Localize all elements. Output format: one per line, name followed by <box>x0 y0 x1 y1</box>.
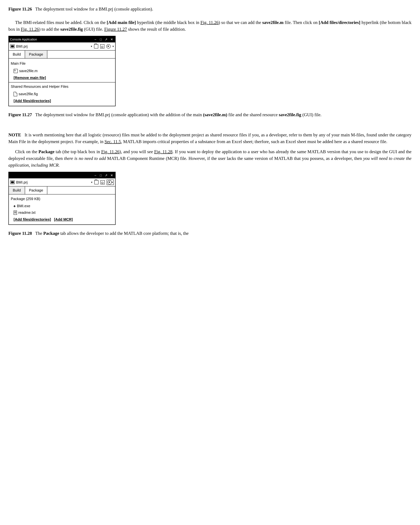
tab-build[interactable]: Build <box>9 187 25 194</box>
titlebar: → □ ↗ ✕ <box>9 172 115 178</box>
settings-dropdown-icon[interactable]: ▾ <box>112 45 114 48</box>
link-fig-11-28[interactable]: Fig. 11.28 <box>154 149 172 154</box>
window-title: Console Application <box>10 37 37 42</box>
main-file-name: save2file.m <box>19 68 38 74</box>
tab-build[interactable]: Build <box>9 51 25 58</box>
shared-resources-header: Shared Resources and Helper Files <box>11 84 113 89</box>
project-icon <box>10 45 15 48</box>
dropdown-icon[interactable]: ▾ <box>91 45 92 48</box>
exe-file-row: ♠ BMI.exe <box>11 203 113 209</box>
shared-file-name: save2file.fig <box>19 91 38 97</box>
figure-11-27-label: Figure 11.27 <box>8 112 32 117</box>
exe-file-name: BMI.exe <box>17 203 30 209</box>
save-icon[interactable] <box>100 44 104 48</box>
shared-file-row: save2file.fig <box>11 91 113 97</box>
add-files-directories-link[interactable]: [Add files/directories] <box>14 217 51 222</box>
add-mcr-link[interactable]: [Add MCR] <box>54 217 73 222</box>
project-icon <box>10 180 15 184</box>
settings-dropdown-icon: ▾ <box>112 180 113 184</box>
settings-icon[interactable] <box>106 44 111 48</box>
titlebar: Console Application → □ ↗ ✕ <box>9 36 115 42</box>
body-paragraph-1: The BMI-related files must be added. Cli… <box>8 19 411 32</box>
main-file-header: Main File <box>11 61 113 66</box>
figure-11-27-caption: Figure 11.27 The deployment tool window … <box>8 111 411 118</box>
settings-box[interactable]: ▾ <box>107 180 114 185</box>
link-fig-11-27[interactable]: Figure 11.27 <box>104 27 127 32</box>
tabbar: Build Package <box>9 51 115 58</box>
exe-icon: ♠ <box>14 203 16 209</box>
mfile-icon <box>14 69 18 73</box>
text-file-icon <box>14 211 17 215</box>
tabbar: Build Package <box>9 187 115 195</box>
main-file-row: save2file.m <box>11 68 113 74</box>
deployment-window-fig27: Console Application → □ ↗ ✕ BMI.prj ▾ ▾ … <box>8 36 116 106</box>
tab-package[interactable]: Package <box>25 51 47 58</box>
figure-11-26-caption: Figure 11.26 The deployment tool window … <box>8 6 411 12</box>
note-label: NOTE <box>8 132 21 137</box>
build-panel: Main File save2file.m [Remove main file]… <box>9 58 115 106</box>
window-controls[interactable]: → □ ↗ ✕ <box>94 173 114 178</box>
deployment-window-fig28: → □ ↗ ✕ BMI.prj ▾ ▾ Build Package Packag… <box>8 172 116 225</box>
remove-main-file-link-row: [Remove main file] <box>11 74 113 81</box>
open-icon[interactable] <box>94 44 98 48</box>
note-paragraph: NOTE It is worth mentioning here that al… <box>8 131 411 145</box>
add-files-link-row: [Add files/directories] <box>11 97 113 104</box>
toolbar: BMI.prj ▾ ▾ <box>9 178 115 187</box>
package-links-row: [Add files/directories] [Add MCR] <box>11 216 113 223</box>
readme-file-name: readme.txt <box>18 210 36 215</box>
link-fig-11-26-a[interactable]: Fig. 11.26 <box>200 20 219 25</box>
figure-11-26-label: Figure 11.26 <box>8 6 32 11</box>
package-panel: Package (259 KB) ♠ BMI.exe readme.txt [A… <box>9 195 115 225</box>
dropdown-icon[interactable]: ▾ <box>91 180 92 184</box>
package-size: Package (259 KB) <box>11 196 113 203</box>
link-fig-11-26-b[interactable]: Fig. 11.26 <box>21 27 39 32</box>
link-sec-11-5[interactable]: Sec. 11.5 <box>104 139 121 144</box>
remove-main-file-link[interactable]: [Remove main file] <box>14 75 46 80</box>
figure-11-28-text: The Package tab allows the developer to … <box>35 231 189 236</box>
project-name: BMI.prj <box>16 44 28 49</box>
figure-11-28-caption: Figure 11.28 The Package tab allows the … <box>8 230 411 237</box>
window-controls[interactable]: → □ ↗ ✕ <box>94 37 114 42</box>
add-files-directories-link[interactable]: [Add files/directories] <box>14 99 51 103</box>
tab-package[interactable]: Package <box>25 187 47 194</box>
body-paragraph-3: Click on the Package tab (the top black … <box>8 148 411 169</box>
project-name: BMI.prj <box>16 180 28 185</box>
panel-divider <box>9 82 115 83</box>
figure-11-26-text: The deployment tool window for a BMI.prj… <box>35 6 153 11</box>
save-icon[interactable] <box>101 180 105 184</box>
settings-icon <box>107 180 112 184</box>
fig-file-icon <box>14 92 17 96</box>
link-fig-11-26-c[interactable]: Fig. 11.26 <box>101 149 119 154</box>
toolbar: BMI.prj ▾ ▾ <box>9 42 115 51</box>
figure-11-27-text: The deployment tool window for BMI.prj (… <box>35 112 322 117</box>
readme-file-row: readme.txt <box>11 209 113 216</box>
figure-11-28-label: Figure 11.28 <box>8 231 32 236</box>
open-icon[interactable] <box>94 180 99 184</box>
